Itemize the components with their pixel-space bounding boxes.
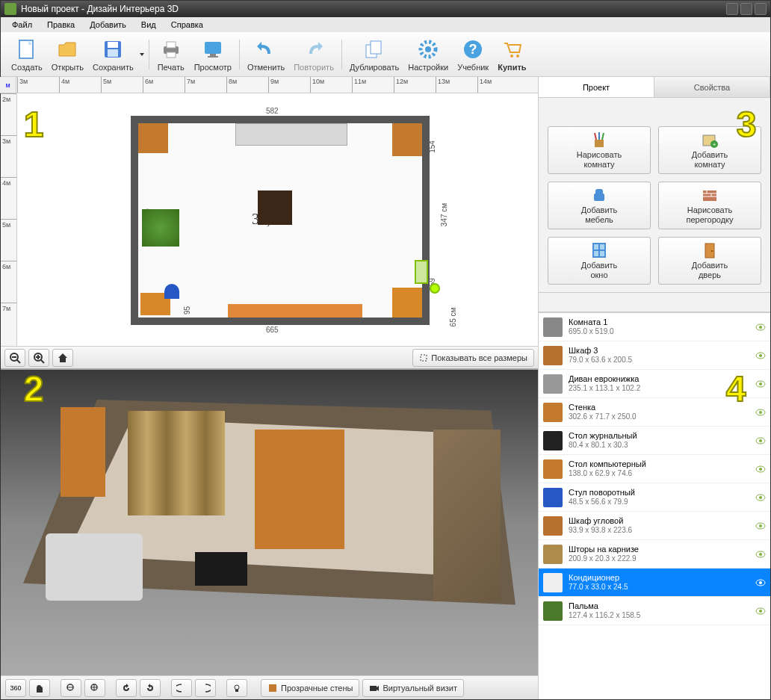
furniture-sofa[interactable] [235,123,347,146]
item-dimensions: 200.9 x 20.3 x 222.9 [569,554,755,563]
visibility-eye-icon[interactable] [755,323,766,331]
visibility-eye-icon[interactable] [755,494,766,501]
item-dimensions: 302.6 x 71.7 x 250.0 [569,412,755,421]
undo-button[interactable]: Отменить [243,36,289,73]
canvas-2d[interactable]: 582 347 см 32,52 665 154 159 65 см 489 9… [17,93,538,346]
selection-handle[interactable] [430,283,440,294]
furniture-coffee-table[interactable] [258,191,292,225]
visibility-eye-icon[interactable] [755,352,766,359]
draw-room-button[interactable]: Нарисоватькомнату [548,126,651,174]
close-button[interactable] [755,3,767,15]
view-3d[interactable] [1,368,538,675]
list-item[interactable]: Стул поворотный 48.5 x 56.6 x 79.9 [539,483,770,512]
visibility-eye-icon[interactable] [755,522,766,530]
furniture-chair[interactable] [164,284,179,299]
tilt-up-button[interactable] [195,679,216,697]
visibility-eye-icon[interactable] [755,465,766,473]
visibility-eye-icon[interactable] [755,380,766,388]
item-thumb [543,374,563,394]
furniture-palm[interactable] [142,209,179,247]
room-outline[interactable]: 582 347 см 32,52 665 154 159 65 см 489 9… [131,116,430,325]
svg-point-53 [711,250,713,252]
draw-partition-button[interactable]: Нарисоватьперегородку [658,182,761,229]
hand-pan-button[interactable] [29,679,50,697]
furniture-corner-item[interactable] [392,288,422,318]
tab-properties[interactable]: Свойства [654,77,770,97]
home-button[interactable] [52,349,73,367]
svg-rect-43 [595,189,603,195]
rotate-left-button[interactable] [116,679,137,697]
menu-help[interactable]: Справка [164,18,211,31]
buy-button[interactable]: Купить [493,36,530,73]
tab-project[interactable]: Проект [539,77,654,97]
add-furniture-button[interactable]: Добавитьмебель [548,182,651,229]
visibility-eye-icon[interactable] [755,437,766,445]
furniture-wall-unit[interactable] [228,304,362,318]
monitor-icon [201,37,225,61]
visibility-eye-icon[interactable] [755,409,766,416]
minimize-button[interactable] [726,3,738,15]
wardrobe-3d [61,407,105,497]
list-item[interactable]: Пальма 127.4 x 116.2 x 158.5 [539,597,770,625]
menu-add[interactable]: Добавить [82,18,134,31]
plan-2d-area[interactable]: 2м3м4м5м6м7м 582 347 см 32,52 665 154 15… [1,93,538,346]
list-item[interactable]: Стол журнальный 80.4 x 80.1 x 30.3 [539,427,770,455]
menu-file[interactable]: Файл [4,18,40,31]
list-item[interactable]: Стол компьютерный 138.0 x 62.9 x 74.6 [539,455,770,483]
svg-rect-7 [205,42,221,54]
ruler-unit: м [1,77,16,93]
visibility-eye-icon[interactable] [755,551,766,558]
svg-line-22 [40,359,44,363]
zoom-out-button[interactable] [4,349,25,367]
visibility-eye-icon[interactable] [755,607,766,615]
create-button[interactable]: Создать [7,36,47,73]
list-item[interactable]: Шкаф 3 79.0 x 63.6 x 200.5 [539,341,770,370]
item-list-header [539,293,770,312]
armchair-icon [590,186,608,204]
item-name: Стол компьютерный [569,459,755,469]
maximize-button[interactable] [740,3,752,15]
dropdown-arrow-icon[interactable] [138,40,146,69]
new-file-icon [15,37,39,61]
visibility-eye-icon[interactable] [755,579,766,586]
rotate-right-button[interactable] [140,679,161,697]
list-item[interactable]: Шкаф угловой 93.9 x 93.8 x 223.6 [539,512,770,540]
transparent-walls-toggle[interactable]: Прозрачные стены [261,679,359,697]
table-3d [195,552,247,586]
duplicate-button[interactable]: Дублировать [345,36,403,73]
svg-point-59 [759,382,762,385]
zoom-in-button[interactable] [28,349,49,367]
furniture-wardrobe[interactable] [138,123,168,153]
gear-icon [416,37,440,61]
show-all-dims-button[interactable]: Показывать все размеры [412,349,534,367]
rotate-360-button[interactable]: 360 [5,679,26,697]
svg-rect-2 [108,42,118,48]
wall-icon [267,683,278,693]
tilt-down-button[interactable] [171,679,192,697]
item-name: Шторы на карнизе [569,545,755,554]
print-button[interactable]: Печать [152,36,190,73]
item-name: Шкаф 3 [569,346,755,356]
zoom-in-3d-button[interactable] [84,679,105,697]
list-item[interactable]: Шторы на карнизе 200.9 x 20.3 x 222.9 [539,540,770,569]
dimension-top: 582 [266,107,279,115]
lighting-button[interactable] [226,679,247,697]
selected-object-ac[interactable] [415,260,428,284]
save-button[interactable]: Сохранить [88,36,138,73]
menu-edit[interactable]: Правка [40,18,82,31]
open-button[interactable]: Открыть [47,36,88,73]
add-window-button[interactable]: Добавитьокно [548,237,651,285]
zoom-out-3d-button[interactable] [61,679,81,697]
list-item[interactable]: Комната 1 695.0 x 519.0 [539,313,770,341]
tutorial-button[interactable]: ? Учебник [453,36,493,73]
redo-button[interactable]: Повторить [289,36,338,73]
ruler-horizontal: м 3м4м5м6м7м8м9м10м11м12м13м14м [1,77,538,93]
menu-view[interactable]: Вид [134,18,164,31]
virtual-visit-button[interactable]: Виртуальный визит [362,679,464,697]
list-item[interactable]: Кондиционер 77.0 x 33.0 x 24.5 [539,569,770,597]
preview-button[interactable]: Просмотр [190,36,236,73]
furniture-corner-wardrobe[interactable] [392,123,422,156]
svg-point-75 [759,610,762,613]
settings-button[interactable]: Настройки [403,36,453,73]
add-door-button[interactable]: Добавитьдверь [658,237,761,285]
